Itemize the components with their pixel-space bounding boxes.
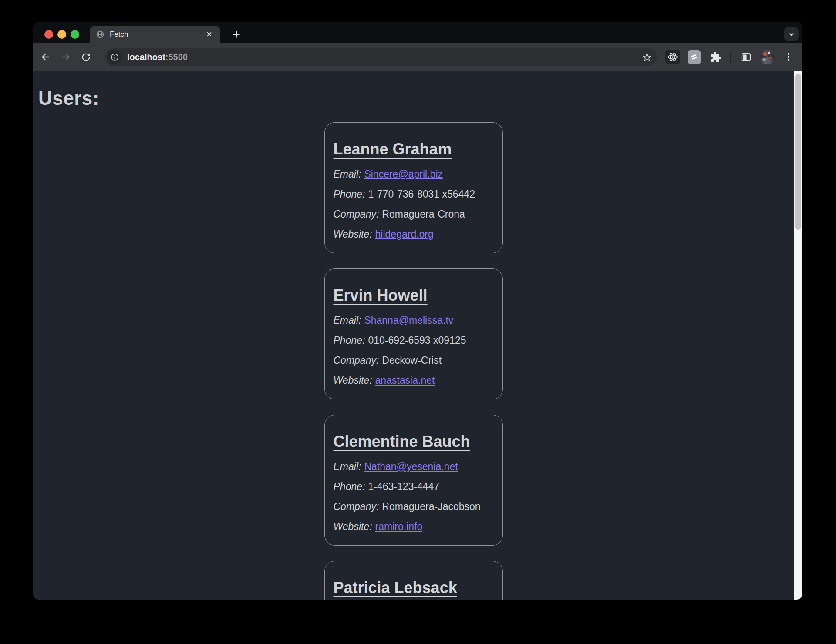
phone-value: 010-692-6593 x09125 xyxy=(368,335,466,346)
website-label: Website: xyxy=(334,375,372,386)
browser-menu-button[interactable] xyxy=(780,48,797,66)
bookmark-star-button[interactable] xyxy=(641,51,653,63)
website-row: Website:anastasia.net xyxy=(334,375,494,386)
side-panel-button[interactable] xyxy=(737,48,755,66)
phone-value: 1-770-736-8031 x56442 xyxy=(368,188,475,200)
company-row: Company:Deckow-Crist xyxy=(334,355,494,366)
browser-window: Fetch xyxy=(33,22,802,600)
user-name: Patricia Lebsack xyxy=(334,561,494,597)
reload-button[interactable] xyxy=(76,47,96,67)
tab-strip: Fetch xyxy=(33,22,802,43)
tab-list-chevron-button[interactable] xyxy=(784,27,799,41)
reload-icon xyxy=(81,52,91,63)
user-name: Ervin Howell xyxy=(334,269,494,305)
info-icon xyxy=(110,53,119,62)
profile-avatar xyxy=(760,50,775,64)
window-controls xyxy=(44,30,79,39)
phone-row: Phone:1-463-123-4447 xyxy=(334,481,494,493)
chevron-down-icon xyxy=(787,30,796,39)
website-link[interactable]: hildegard.org xyxy=(375,228,434,240)
phone-label: Phone: xyxy=(334,481,365,492)
star-icon xyxy=(641,51,653,63)
company-label: Company: xyxy=(334,501,379,512)
window-zoom-button[interactable] xyxy=(71,30,79,39)
browser-tab[interactable]: Fetch xyxy=(90,26,220,43)
company-row: Company:Romaguera-Crona xyxy=(334,208,494,220)
react-devtools-extension-button[interactable] xyxy=(664,48,681,66)
website-row: Website:hildegard.org xyxy=(334,228,494,240)
url-port: :5500 xyxy=(165,52,188,62)
user-name: Clementine Bauch xyxy=(334,415,494,451)
company-row: Company:Romaguera-Jacobson xyxy=(334,501,494,513)
stripes-extension-icon xyxy=(689,52,699,62)
tab-title: Fetch xyxy=(110,30,204,39)
page-body: Users: Leanne Graham Email:Sincere@april… xyxy=(33,87,794,600)
site-info-button[interactable] xyxy=(107,50,122,64)
forward-arrow-icon xyxy=(60,51,71,63)
website-row: Website:ramiro.info xyxy=(334,521,494,533)
email-row: Email:Shanna@melissa.tv xyxy=(334,315,494,326)
kebab-menu-icon xyxy=(783,51,794,63)
scrollbar-track[interactable] xyxy=(794,71,802,600)
toolbar-extensions-area xyxy=(664,48,797,66)
company-value: Deckow-Crist xyxy=(382,355,442,366)
back-arrow-icon xyxy=(40,51,51,63)
phone-value: 1-463-123-4447 xyxy=(368,481,439,492)
user-cards-list: Leanne Graham Email:Sincere@april.biz Ph… xyxy=(324,122,503,600)
email-row: Email:Nathan@yesenia.net xyxy=(334,461,494,473)
extensions-menu-button[interactable] xyxy=(707,48,724,66)
plus-icon xyxy=(231,29,242,40)
email-label: Email: xyxy=(334,315,361,326)
company-value: Romaguera-Jacobson xyxy=(382,501,480,512)
toolbar-divider xyxy=(730,51,731,63)
email-row: Email:Sincere@april.biz xyxy=(334,168,494,180)
react-atom-icon xyxy=(667,51,678,63)
email-link[interactable]: Shanna@melissa.tv xyxy=(364,315,453,326)
puzzle-icon xyxy=(710,51,721,63)
company-label: Company: xyxy=(334,355,379,366)
website-label: Website: xyxy=(334,521,372,532)
user-name: Leanne Graham xyxy=(334,123,494,158)
user-card: Leanne Graham Email:Sincere@april.biz Ph… xyxy=(324,122,503,253)
scrollbar-thumb[interactable] xyxy=(795,74,801,230)
profile-button[interactable] xyxy=(758,48,776,66)
phone-row: Phone:010-692-6593 x09125 xyxy=(334,335,494,346)
email-link[interactable]: Nathan@yesenia.net xyxy=(364,461,458,472)
extension-button[interactable] xyxy=(685,48,703,66)
window-close-button[interactable] xyxy=(44,30,53,39)
url-host: localhost xyxy=(127,52,165,62)
side-panel-icon xyxy=(740,51,752,63)
url-bar[interactable]: localhost:5500 xyxy=(105,48,657,66)
email-label: Email: xyxy=(334,168,361,180)
page-viewport: Users: Leanne Graham Email:Sincere@april… xyxy=(33,71,802,600)
user-card: Ervin Howell Email:Shanna@melissa.tv Pho… xyxy=(324,268,503,399)
email-label: Email: xyxy=(334,461,361,472)
website-label: Website: xyxy=(334,228,372,240)
back-button[interactable] xyxy=(36,47,56,67)
company-value: Romaguera-Crona xyxy=(382,208,465,220)
desktop-background: Fetch xyxy=(0,0,836,644)
website-link[interactable]: ramiro.info xyxy=(375,521,423,532)
page-title: Users: xyxy=(38,87,794,109)
new-tab-button[interactable] xyxy=(229,27,244,42)
company-label: Company: xyxy=(334,208,379,220)
forward-button[interactable] xyxy=(56,47,76,67)
tab-close-icon[interactable] xyxy=(204,29,214,40)
phone-row: Phone:1-770-736-8031 x56442 xyxy=(334,188,494,200)
window-minimize-button[interactable] xyxy=(57,30,66,39)
website-link[interactable]: anastasia.net xyxy=(375,375,435,386)
url-text: localhost:5500 xyxy=(127,52,641,62)
phone-label: Phone: xyxy=(334,188,365,200)
user-card: Clementine Bauch Email:Nathan@yesenia.ne… xyxy=(324,415,503,546)
user-card: Patricia Lebsack xyxy=(324,561,503,600)
phone-label: Phone: xyxy=(334,335,365,346)
globe-favicon-icon xyxy=(96,30,104,39)
browser-toolbar: localhost:5500 xyxy=(33,43,802,71)
email-link[interactable]: Sincere@april.biz xyxy=(364,168,443,180)
